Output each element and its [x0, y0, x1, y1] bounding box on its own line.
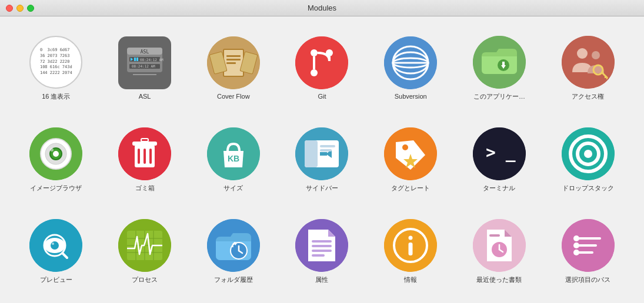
thisapp-label: このアプリケー…: [473, 92, 525, 101]
window-title: Modules: [308, 4, 336, 12]
svg-text:> _: > _: [486, 143, 516, 162]
svg-rect-93: [312, 250, 332, 252]
coverflow-label: Cover Flow: [217, 93, 250, 100]
module-trash[interactable]: ゴミ箱: [101, 114, 189, 206]
svg-point-63: [402, 144, 408, 150]
svg-rect-6: [136, 58, 138, 61]
module-process[interactable]: プロセス: [101, 206, 189, 297]
access-label: アクセス権: [572, 92, 604, 101]
svg-text:08:24:12 AM: 08:24:12 AM: [132, 64, 155, 68]
module-git[interactable]: Git: [278, 22, 366, 114]
thisapp-icon: [473, 36, 526, 89]
svg-point-19: [311, 49, 318, 56]
attr-label: 属性: [315, 275, 328, 284]
svg-point-70: [584, 150, 592, 158]
svg-rect-31: [502, 62, 505, 66]
terminal-label: ターミナル: [483, 184, 515, 193]
svg-text:ASL: ASL: [141, 49, 149, 55]
svg-rect-49: [149, 149, 152, 164]
svg-rect-57: [305, 140, 318, 167]
hex-icon: 0 3c69 6d67 36 2073 7263 72 3d22 2220 10…: [29, 36, 82, 89]
svg-point-43: [53, 151, 59, 157]
svg-point-34: [592, 51, 600, 59]
trash-label: ゴミ箱: [135, 184, 155, 193]
svg-point-33: [577, 48, 588, 59]
sidebar-label: サイドバー: [306, 184, 338, 193]
module-attr[interactable]: 属性: [278, 206, 366, 297]
svg-rect-92: [312, 245, 332, 247]
svg-text:KB: KB: [228, 154, 239, 163]
module-info[interactable]: 情報: [366, 206, 455, 297]
process-icon: [118, 219, 171, 272]
close-button[interactable]: [6, 5, 13, 12]
svg-rect-5: [134, 58, 136, 61]
svg-rect-17: [226, 62, 236, 64]
minimize-button[interactable]: [16, 5, 24, 12]
info-label: 情報: [404, 275, 417, 284]
module-hex[interactable]: 0 3c69 6d67 36 2073 7263 72 3d22 2220 10…: [12, 22, 101, 114]
svn-icon: [384, 36, 437, 89]
svg-point-73: [51, 241, 59, 250]
module-recent[interactable]: 最近使った書類: [455, 206, 544, 297]
module-asl[interactable]: ASL 08:24:12 AM 08:24:12 AM ASL: [101, 22, 189, 114]
svg-rect-91: [312, 240, 332, 243]
size-icon: KB: [207, 127, 260, 180]
process-label: プロセス: [132, 275, 158, 284]
module-size[interactable]: KB サイズ: [189, 114, 278, 206]
svg-rect-94: [312, 254, 325, 257]
svg-point-21: [311, 69, 318, 76]
svg-rect-47: [138, 149, 140, 164]
svg-rect-50: [132, 142, 157, 146]
module-preview[interactable]: プレビュー: [12, 206, 101, 297]
modules-grid: 0 3c69 6d67 36 2073 7263 72 3d22 2220 10…: [0, 16, 644, 303]
svg-point-32: [562, 36, 615, 89]
dropstack-icon: [562, 127, 615, 180]
git-icon: [295, 36, 348, 89]
access-icon: [562, 36, 615, 89]
svg-point-44: [50, 148, 54, 152]
path-label: 選択項目のパス: [565, 275, 610, 284]
svg-point-97: [409, 235, 413, 240]
svg-text:08:24:12 AM: 08:24:12 AM: [140, 58, 163, 62]
path-icon: [562, 219, 615, 272]
module-imgbrowser[interactable]: イメージブラウザ: [12, 114, 101, 206]
module-dropstack[interactable]: ドロップスタック: [543, 114, 632, 206]
titlebar: Modules: [0, 0, 644, 16]
folderhistory-icon: [207, 219, 260, 272]
recent-icon: [473, 219, 526, 272]
git-label: Git: [318, 93, 326, 100]
asl-icon: ASL 08:24:12 AM 08:24:12 AM: [118, 36, 171, 89]
preview-icon: [29, 219, 82, 272]
svg-rect-48: [144, 149, 146, 164]
asl-label: ASL: [139, 93, 151, 100]
module-terminal[interactable]: > _ ターミナル: [455, 114, 544, 206]
svg-rect-61: [320, 149, 332, 152]
recent-label: 最近使った書類: [476, 275, 522, 284]
hex-label: 16 進表示: [42, 92, 70, 101]
svg-rect-52: [142, 139, 148, 141]
svg-rect-98: [409, 243, 413, 255]
svg-rect-16: [226, 59, 241, 60]
preview-label: プレビュー: [40, 275, 72, 284]
tag-label: タグとレート: [391, 184, 430, 193]
maximize-button[interactable]: [27, 5, 34, 12]
svg-rect-103: [489, 234, 500, 237]
coverflow-icon: [207, 36, 260, 89]
terminal-icon: > _: [473, 127, 526, 180]
dropstack-label: ドロップスタック: [562, 184, 614, 193]
svn-label: Subversion: [395, 93, 427, 100]
tag-icon: [384, 127, 437, 180]
module-sidebar[interactable]: サイドバー: [278, 114, 366, 206]
module-coverflow[interactable]: Cover Flow: [189, 22, 278, 114]
module-access[interactable]: アクセス権: [543, 22, 632, 114]
module-folderhistory[interactable]: フォルダ履歴: [189, 206, 278, 297]
folderhistory-label: フォルダ履歴: [214, 275, 253, 284]
module-tag[interactable]: タグとレート: [366, 114, 455, 206]
module-thisapp[interactable]: このアプリケー…: [455, 22, 544, 114]
window-controls: [6, 5, 34, 12]
svg-rect-59: [320, 152, 327, 156]
module-svn[interactable]: Subversion: [366, 22, 455, 114]
size-label: サイズ: [223, 184, 243, 193]
sidebar-icon: [295, 127, 348, 180]
module-path[interactable]: 選択項目のパス: [543, 206, 632, 297]
